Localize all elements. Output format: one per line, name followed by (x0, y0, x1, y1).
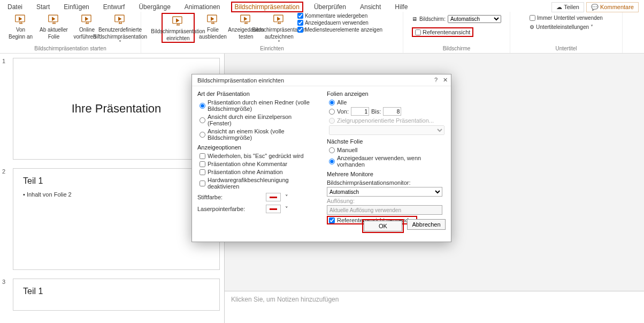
presenter-view-label: Referentenansicht (423, 29, 470, 35)
from-beginning-button[interactable]: VonBeginn an (6, 13, 36, 40)
slide-preview: Teil 1 (13, 279, 220, 311)
screen-select[interactable]: Automatisch (448, 15, 501, 23)
comments-button[interactable]: 💬 Kommentare (586, 2, 639, 12)
slide-number: 3 (2, 279, 9, 307)
tab-datei[interactable]: Datei (4, 2, 26, 12)
custom-show-button[interactable]: BenutzerdefinierteBildschirmpräsentation… (105, 13, 135, 46)
slide-preview: Teil 1• Inhalt von Folie 2 (13, 168, 220, 270)
slide-thumbnails[interactable]: 1Ihre Präsentation2Teil 1• Inhalt von Fo… (0, 54, 225, 323)
thumbnail-1[interactable]: 1Ihre Präsentation (0, 54, 224, 164)
thumbnail-2[interactable]: 2Teil 1• Inhalt von Folie 2 (0, 164, 224, 274)
advance-timings[interactable]: Anzeigedauer verwenden, wenn vorhanden (329, 155, 446, 168)
present-online-icon (80, 13, 95, 26)
monitor-icon: 🖥 (412, 16, 417, 22)
subtitle-settings-button[interactable]: ⚙ Untertiteleinstellungen ˅ (530, 24, 593, 30)
presenter-view-checkbox-wrapper: Referentenansicht (412, 27, 473, 37)
from-input[interactable] (351, 107, 369, 116)
presenter-view-checkbox[interactable] (415, 29, 421, 35)
tab-hilfe[interactable]: Hilfe (392, 2, 411, 12)
group-label: Untertitel (555, 46, 577, 52)
tab-ansicht[interactable]: Ansicht (357, 2, 384, 12)
setup-show-button[interactable]: Bildschirmpräsentationeinrichten (163, 14, 193, 41)
laser-color-label: Laserpointerfarbe: (197, 206, 262, 212)
ribbon: VonBeginn anAb aktuellerFolieOnlinevorfü… (0, 12, 644, 54)
group-start-slideshow: VonBeginn anAb aktuellerFolieOnlinevorfü… (0, 12, 141, 53)
setup-check-0[interactable]: Kommentare wiedergeben (297, 13, 367, 19)
from-beginning-icon (13, 13, 28, 26)
subtitle-icon: ⚙ (530, 24, 534, 30)
tab-überprüfen[interactable]: Überprüfen (311, 2, 349, 12)
show-options-group: Anzeigeoptionen Wiederholen, bis "Esc" g… (197, 144, 316, 190)
show-type-label: Art der Präsentation (197, 91, 316, 97)
show-type-group: Art der Präsentation Präsentation durch … (197, 91, 316, 141)
use-presenter-view-checkbox[interactable] (329, 217, 335, 223)
monitor-select[interactable]: Automatisch (327, 187, 442, 197)
custom-show-select (329, 125, 444, 135)
comments-label: Kommentare (600, 4, 634, 10)
setup-check-2[interactable]: Mediensteuerelemente anzeigen (297, 27, 382, 33)
to-input[interactable] (383, 107, 401, 116)
setup-show-dialog: Bildschirmpräsentation einrichten ? ✕ Ar… (191, 74, 451, 242)
ok-button[interactable]: OK (364, 221, 402, 231)
disable-hw-accel[interactable]: Hardwaregrafikbeschleunigung deaktiviere… (200, 177, 316, 190)
without-narration[interactable]: Präsentation ohne Kommentar (200, 161, 316, 167)
advance-label: Nächste Folie (327, 138, 446, 145)
group-label: Bildschirmpräsentation starten (34, 46, 106, 52)
always-subtitle-label: Immer Untertitel verwenden (537, 15, 603, 21)
slide-number: 2 (2, 168, 9, 270)
record-icon (272, 13, 287, 26)
thumbnail-3[interactable]: 3Teil 1 (0, 274, 224, 312)
always-subtitle-row[interactable]: Immer Untertitel verwenden (530, 15, 603, 21)
slides-custom: Zielgruppenorientierte Präsentation... (329, 117, 446, 124)
notes-pane[interactable]: Klicken Sie, um Notizen hinzuzufügen (225, 291, 644, 323)
slides-from[interactable]: Von: (329, 108, 349, 115)
pen-color-label: Stiftfarbe: (197, 194, 262, 200)
show-slides-group: Folien anzeigen Alle Von: Bis: Zielgrupp… (327, 91, 446, 135)
slides-all[interactable]: Alle (329, 99, 446, 106)
resolution-select: Aktuelle Auflösung verwenden (327, 205, 442, 215)
multiple-monitors-group: Mehrere Monitore Bildschirmpräsentations… (327, 171, 446, 224)
loop-until-esc[interactable]: Wiederholen, bis "Esc" gedrückt wird (200, 153, 316, 159)
group-subtitles: Immer Untertitel verwenden ⚙ Untertitele… (510, 12, 623, 53)
group-label: Bildschirme (443, 46, 471, 52)
dialog-help-button[interactable]: ? (434, 77, 438, 84)
tab-animationen[interactable]: Animationen (181, 2, 224, 12)
subtitle-settings-label: Untertiteleinstellungen ˅ (536, 24, 593, 30)
tab-einfügen[interactable]: Einfügen (60, 2, 92, 12)
group-label: Einrichten (260, 46, 283, 52)
tab-start[interactable]: Start (33, 2, 53, 12)
resolution-label: Auflösung: (327, 198, 446, 204)
monitor-select-label: Bildschirmpräsentationsmonitor: (327, 179, 446, 186)
laser-color-picker[interactable] (266, 205, 281, 213)
monitors-label: Mehrere Monitore (327, 171, 446, 177)
show-type-speaker[interactable]: Präsentation durch einen Redner (volle B… (200, 99, 316, 112)
show-options-label: Anzeigeoptionen (197, 144, 316, 151)
group-monitors: 🖥 Bildschirm: Automatisch Referentenansi… (403, 12, 510, 53)
screen-label: Bildschirm: (419, 16, 446, 22)
advance-slides-group: Nächste Folie Manuell Anzeigedauer verwe… (327, 138, 446, 168)
tab-entwurf[interactable]: Entwurf (100, 2, 128, 12)
share-label: Teilen (564, 4, 579, 10)
without-animation[interactable]: Präsentation ohne Animation (200, 169, 316, 175)
show-type-kiosk[interactable]: Ansicht an einem Kiosk (volle Bildschirm… (200, 128, 316, 141)
from-current-button[interactable]: Ab aktuellerFolie (39, 13, 69, 40)
advance-manual[interactable]: Manuell (329, 147, 446, 153)
hide-slide-button[interactable]: Folieausblenden (198, 13, 228, 40)
record-button[interactable]: Bildschirmpräsentationaufzeichnen ˅ (264, 13, 294, 46)
share-button[interactable]: ☁ Teilen (551, 2, 584, 12)
dialog-close-button[interactable]: ✕ (443, 77, 448, 84)
tab-bildschirmpräsentation[interactable]: Bildschirmpräsentation (231, 2, 303, 12)
pen-color-picker[interactable] (266, 193, 281, 201)
show-type-individual[interactable]: Ansicht durch eine Einzelperson (Fenster… (200, 114, 316, 126)
rehearse-button[interactable]: Anzeigedauerntesten (231, 13, 261, 40)
notes-placeholder: Klicken Sie, um Notizen hinzuzufügen (231, 296, 339, 303)
ribbon-tabs: DateiStartEinfügenEntwurfÜbergängeAnimat… (0, 0, 644, 12)
setup-show-icon (171, 14, 186, 27)
tab-übergänge[interactable]: Übergänge (135, 2, 173, 12)
cancel-button[interactable]: Abbrechen (407, 219, 446, 230)
always-subtitle-checkbox[interactable] (530, 15, 535, 21)
custom-show-icon (113, 13, 128, 26)
setup-check-1[interactable]: Anzeigedauern verwenden (297, 20, 369, 26)
slide-preview: Ihre Präsentation (13, 58, 220, 160)
group-setup: BildschirmpräsentationeinrichtenFolieaus… (141, 12, 403, 53)
